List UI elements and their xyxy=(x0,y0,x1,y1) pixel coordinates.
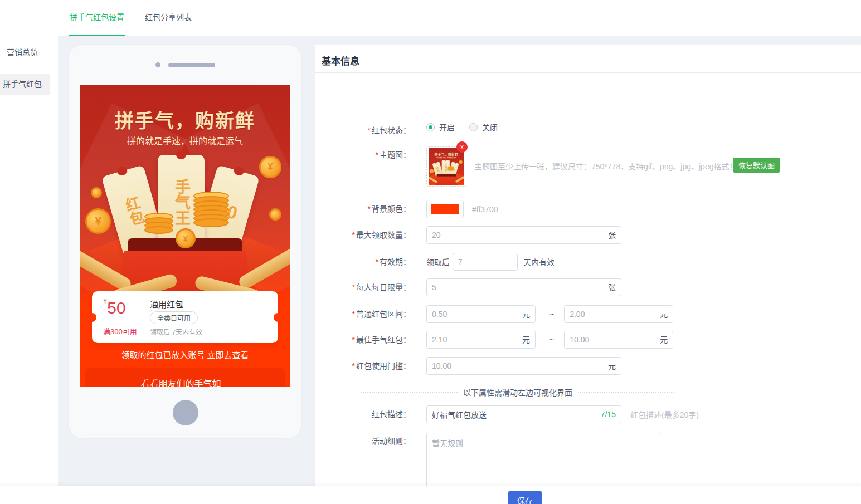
threshold-label: 红包使用门槛： xyxy=(356,361,411,370)
remove-image-button[interactable]: x xyxy=(456,141,468,153)
row-threshold: *红包使用门槛： 元 xyxy=(315,357,861,375)
coin-icon xyxy=(269,208,281,221)
divider-text: 以下属性需滑动左边可视化界面 xyxy=(463,386,572,398)
char-counter: 7/15 xyxy=(601,405,616,423)
restore-default-image-button[interactable]: 恢复默认图 xyxy=(733,158,780,173)
best-range-max-input[interactable] xyxy=(564,331,673,349)
section-header: 基本信息 xyxy=(315,45,861,73)
coupon-amount: ¥50 xyxy=(103,297,126,317)
coupon-notch xyxy=(87,313,96,322)
range-tilde: ~ xyxy=(549,335,554,344)
coin-icon xyxy=(91,187,102,198)
unit-label: 张 xyxy=(608,278,616,296)
best-range-min-input[interactable] xyxy=(426,331,536,349)
phone-speaker-icon xyxy=(69,62,301,67)
max-claim-label: 最大领取数量： xyxy=(356,231,411,239)
coin-stack-icon xyxy=(193,196,229,227)
row-daily-limit: *每人每日限量： 张 xyxy=(315,278,861,296)
promo-artwork-mini: 拼手气，购新鲜 拼的就是手速，拼的就是运气 红包 手气王 10 ¥ ¥ xyxy=(429,148,464,185)
description-label: 红包描述： xyxy=(372,410,411,419)
tab-bar: 拼手气红包设置 红包分享列表 xyxy=(58,0,861,36)
coupon-name: 通用红包 xyxy=(150,298,183,310)
row-background-color: *背景颜色： #ff3700 xyxy=(315,200,861,218)
section-divider: 以下属性需滑动左边可视化界面 xyxy=(361,386,674,398)
tab-redpacket-settings[interactable]: 拼手气红包设置 xyxy=(69,0,125,36)
unit-label: 元 xyxy=(608,357,616,375)
bg-color-label: 背景颜色： xyxy=(372,204,411,213)
unit-label: 元 xyxy=(660,305,668,323)
view-now-link[interactable]: 立即去查看 xyxy=(207,350,249,360)
unit-label: 元 xyxy=(660,331,668,349)
color-picker[interactable] xyxy=(426,200,464,218)
radio-status-off[interactable]: 关闭 xyxy=(469,121,498,133)
description-hint: 红包描述(最多20字) xyxy=(630,409,699,420)
coin-icon: ¥ xyxy=(259,156,281,178)
save-button[interactable]: 保存 xyxy=(508,491,542,504)
promo-title: 拼手气，购新鲜 xyxy=(80,106,290,133)
claim-text-label: 领取的红包已放入账号 xyxy=(121,350,205,360)
sidebar: 营销总览 拼手气红包 xyxy=(0,0,57,504)
validity-prefix: 领取后 xyxy=(426,256,450,267)
coin-icon: ¥ xyxy=(176,228,196,248)
radio-icon xyxy=(426,123,435,131)
footer-bar: 保存 xyxy=(0,486,861,504)
coupon-notch xyxy=(274,313,283,322)
normal-range-label: 普通红包区间： xyxy=(356,310,411,319)
sidebar-item-lucky-redpacket[interactable]: 拼手气红包 xyxy=(0,74,50,95)
content-area: 拼手气，购新鲜 拼的就是手速，拼的就是运气 红包 手气王 10 ¥ ¥ xyxy=(58,36,861,504)
friends-luck-panel: 看看朋友们的手气如何 xyxy=(85,368,285,387)
main-area: 拼手气红包设置 红包分享列表 拼手气，购新鲜 拼的就是手速，拼的就是运气 红包 … xyxy=(58,0,861,504)
best-range-label: 最佳手气红包： xyxy=(356,335,411,344)
coupon-condition: 满300可用 xyxy=(103,326,137,336)
section-title: 基本信息 xyxy=(322,53,359,67)
sidebar-item-marketing-overview[interactable]: 营销总览 xyxy=(0,47,57,58)
coin-stack-icon xyxy=(144,216,173,234)
row-redpacket-status: *红包状态： 开启 关闭 xyxy=(315,121,861,139)
claim-text: 领取的红包已放入账号 立即去查看 xyxy=(80,349,290,360)
phone-preview: 拼手气，购新鲜 拼的就是手速，拼的就是运气 红包 手气王 10 ¥ ¥ xyxy=(69,45,301,438)
max-claim-input[interactable] xyxy=(426,226,621,244)
promo-subtitle: 拼的就是手速，拼的就是运气 xyxy=(80,134,290,147)
normal-range-max-input[interactable] xyxy=(564,305,673,323)
daily-limit-label: 每人每日限量： xyxy=(356,283,411,292)
phone-home-button-icon xyxy=(173,400,198,425)
rules-label: 活动细则： xyxy=(372,437,411,446)
normal-range-min-input[interactable] xyxy=(426,305,536,323)
row-max-claim: *最大领取数量： 张 xyxy=(315,226,861,244)
validity-suffix: 天内有效 xyxy=(523,256,554,267)
radio-status-on[interactable]: 开启 xyxy=(426,121,455,133)
validity-label: 有效期： xyxy=(380,257,411,266)
coupon-card: ¥50 满300可用 通用红包 全类目可用 领取后 7天内有效 xyxy=(92,291,278,343)
color-hex-value: #ff3700 xyxy=(472,205,498,214)
theme-image-hint: 主题图至少上传一张，建议尺寸：750*778，支持gif、png、jpg、jpe… xyxy=(474,161,737,172)
threshold-input[interactable] xyxy=(426,357,621,375)
coupon-scope-pill: 全类目可用 xyxy=(150,311,198,324)
theme-image-label: 主题图： xyxy=(380,150,411,159)
row-validity: *有效期： 领取后 天内有效 xyxy=(315,253,861,271)
settings-form-panel: 基本信息 *红包状态： 开启 关闭 xyxy=(315,45,861,504)
color-swatch xyxy=(431,204,459,214)
radio-icon xyxy=(469,123,478,131)
coupon-validity: 领取后 7天内有效 xyxy=(150,327,202,336)
daily-limit-input[interactable] xyxy=(426,278,621,296)
promo-screen: 拼手气，购新鲜 拼的就是手速，拼的就是运气 红包 手气王 10 ¥ ¥ xyxy=(80,85,290,387)
row-normal-range: *普通红包区间： 元 ~ 元 xyxy=(315,305,861,323)
tab-share-list[interactable]: 红包分享列表 xyxy=(144,0,193,36)
row-best-range: *最佳手气红包： 元 ~ 元 xyxy=(315,331,861,349)
unit-label: 元 xyxy=(522,305,530,323)
description-input[interactable] xyxy=(426,405,621,423)
unit-label: 张 xyxy=(608,226,616,244)
coin-icon: ¥ xyxy=(85,208,111,234)
promo-artwork: 拼手气，购新鲜 拼的就是手速，拼的就是运气 红包 手气王 10 ¥ ¥ xyxy=(80,85,290,302)
friends-luck-title: 看看朋友们的手气如何 xyxy=(140,376,229,387)
unit-label: 元 xyxy=(522,331,530,349)
validity-days-input[interactable] xyxy=(453,253,518,271)
range-tilde: ~ xyxy=(549,310,554,319)
status-label: 红包状态： xyxy=(372,126,411,135)
row-description: 红包描述： 7/15 红包描述(最多20字) xyxy=(315,405,861,423)
row-theme-image: *主题图： 拼手气，购新鲜 拼的就是手速，拼的就是运气 红包 手气王 10 ¥ xyxy=(315,146,861,190)
